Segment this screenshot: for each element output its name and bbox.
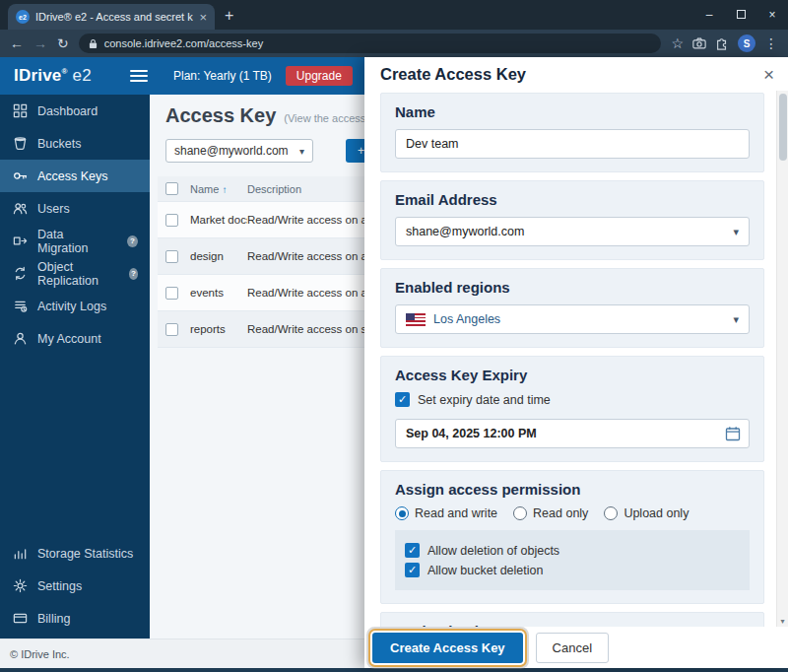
reload-icon[interactable]: ↻ [57,36,69,50]
create-access-key-button[interactable]: Create Access Key [372,633,523,663]
key-icon [12,168,28,184]
sidebar-item-dashboard[interactable]: Dashboard [0,95,150,127]
sidebar-item-label: Buckets [37,137,81,151]
help-icon[interactable]: ? [127,235,138,247]
toolbar-right: ☆ S ⋮ [671,34,778,52]
scroll-down-icon[interactable]: ▾ [777,617,788,626]
row-checkbox[interactable] [165,250,178,263]
allow-bucket-deletion-label: Allow bucket deletion [427,564,543,577]
radio-read-only[interactable]: Read only [513,506,588,520]
profile-avatar[interactable]: S [738,34,755,52]
account-dropdown[interactable]: shane@myworld.com ▾ [165,139,313,163]
sidebar-item-access-keys[interactable]: Access Keys [0,160,150,192]
logo-suffix: e2 [73,66,92,85]
sidebar-item-users[interactable]: Users [0,192,150,225]
dashboard-icon [12,103,28,119]
calendar-icon[interactable] [725,426,741,441]
regions-select[interactable]: Los Angeles ▾ [395,304,750,334]
modal-close-icon[interactable]: × [763,65,774,84]
sidebar-item-billing[interactable]: Billing [0,602,150,635]
forward-icon[interactable]: → [33,36,47,50]
browser-tab[interactable]: e2 IDrive® e2 - Access and secret k × [8,4,215,30]
row-checkbox[interactable] [165,287,178,300]
storage-statistics-icon [12,546,28,562]
modal-footer: Create Access Key Cancel [364,627,788,668]
window-controls: – × [693,0,788,30]
object-replication-icon [12,266,28,282]
radio-label: Read only [533,506,588,520]
bookmark-star-icon[interactable]: ☆ [671,36,684,50]
allow-deletion-objects-row[interactable]: Allow deletion of objects [405,543,740,558]
sidebar-item-object-replication[interactable]: Object Replication ? [0,257,150,290]
browser-titlebar: e2 IDrive® e2 - Access and secret k × + … [0,0,788,30]
browser-menu-icon[interactable]: ⋮ [764,36,778,50]
sidebar-item-buckets[interactable]: Buckets [0,127,150,160]
idrive-e2-logo: IDrive® e2 [0,66,120,86]
column-header-name[interactable]: Name ↑ [190,183,247,195]
bucket-icon [12,136,28,152]
chevron-down-icon: ▾ [299,146,304,157]
logo-main: IDrive [14,66,61,85]
radio-icon[interactable] [513,506,527,520]
sidebar-item-my-account[interactable]: My Account [0,322,150,355]
favicon-text: e2 [19,14,27,21]
sidebar-item-storage-statistics[interactable]: Storage Statistics [0,537,150,570]
hamburger-menu-icon[interactable] [130,70,148,82]
sidebar-item-data-migration[interactable]: Data Migration ? [0,225,150,257]
sidebar-item-activity-logs[interactable]: Activity Logs [0,290,150,322]
regions-label: Enabled regions [395,279,750,296]
set-expiry-checkbox-label: Set expiry date and time [418,393,551,407]
checkbox-checked-icon[interactable] [395,392,410,407]
account-icon [12,331,28,347]
camera-icon[interactable] [692,37,706,49]
row-checkbox[interactable] [165,214,178,227]
radio-icon[interactable] [604,506,618,520]
section-name: Name [380,93,764,172]
plan-label: Plan: Yearly (1 TB) [173,69,272,83]
radio-read-and-write[interactable]: Read and write [395,506,497,520]
radio-label: Read and write [415,506,497,520]
browser-toolbar: ← → ↻ console.idrivee2.com/access-key ☆ … [0,30,788,57]
select-all-checkbox[interactable] [165,182,178,195]
sidebar-bottom-group: Storage Statistics Settings Billing [0,537,150,635]
back-icon[interactable]: ← [10,36,24,50]
sidebar: Dashboard Buckets Access Keys Users Data… [0,95,150,638]
set-expiry-checkbox-row[interactable]: Set expiry date and time [395,392,750,407]
tab-close-icon[interactable]: × [199,11,207,24]
lock-icon [89,38,98,49]
radio-upload-only[interactable]: Upload only [604,506,689,520]
help-icon[interactable]: ? [129,268,138,280]
row-name: Market docs [190,214,247,226]
row-checkbox[interactable] [165,323,178,336]
expiry-date-input[interactable] [395,419,750,448]
browser-window: e2 IDrive® e2 - Access and secret k × + … [0,0,788,672]
url-text: console.idrivee2.com/access-key [104,37,263,49]
radio-selected-icon[interactable] [395,506,409,520]
window-close-button[interactable]: × [756,8,788,22]
section-regions: Enabled regions Los Angeles ▾ [380,268,764,348]
checkbox-checked-icon[interactable] [405,563,420,577]
email-select[interactable]: shane@myworld.com ▾ [395,217,750,246]
tab-title: IDrive® e2 - Access and secret k [35,11,193,23]
new-tab-button[interactable]: + [225,7,233,25]
modal-scrollbar[interactable]: ▾ [776,91,788,627]
address-bar[interactable]: console.idrivee2.com/access-key [79,34,662,53]
cancel-button[interactable]: Cancel [536,633,609,663]
sidebar-item-settings[interactable]: Settings [0,570,150,602]
window-minimize-button[interactable]: – [693,8,725,22]
sidebar-item-label: Access Keys [37,169,108,183]
email-select-value: shane@myworld.com [406,225,524,238]
create-access-key-modal: Create Access Key × Name Email Address s… [364,57,788,668]
deletion-options-panel: Allow deletion of objects Allow bucket d… [395,530,750,590]
extensions-puzzle-icon[interactable] [715,36,729,50]
upgrade-button[interactable]: Upgrade [286,66,353,86]
name-input[interactable] [395,129,750,159]
row-name: design [190,250,247,262]
sidebar-item-label: Data Migration [37,228,112,255]
page-title: Access Key [165,104,276,127]
window-maximize-button[interactable] [725,8,756,22]
scrollbar-thumb[interactable] [779,94,787,161]
allow-bucket-deletion-row[interactable]: Allow bucket deletion [405,563,740,577]
email-label: Email Address [395,191,750,208]
checkbox-checked-icon[interactable] [405,543,420,558]
